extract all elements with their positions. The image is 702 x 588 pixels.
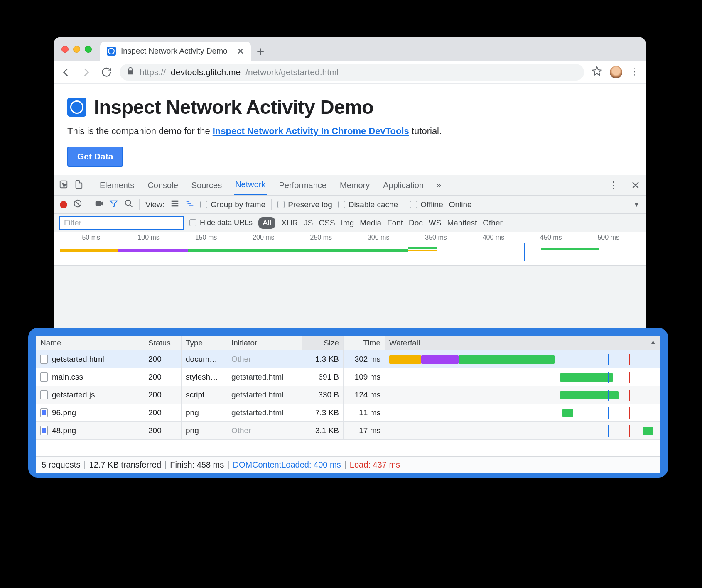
network-status-bar: 5 requests | 12.7 KB transferred | Finis… — [36, 456, 660, 473]
request-row[interactable]: main.css200stylesh…getstarted.html691 B1… — [36, 368, 660, 386]
col-size[interactable]: Size — [302, 336, 344, 350]
tab-memory[interactable]: Memory — [339, 176, 371, 194]
address-field[interactable]: https://devtools.glitch.me/network/getst… — [120, 64, 584, 81]
status-load: Load: 437 ms — [350, 460, 400, 470]
initiator-link[interactable]: getstarted.html — [231, 408, 284, 417]
col-initiator[interactable]: Initiator — [227, 336, 302, 350]
camera-icon[interactable] — [94, 199, 103, 210]
devtools-menu-button[interactable]: ⋮ — [609, 180, 619, 191]
traffic-lights — [61, 46, 92, 53]
large-rows-icon[interactable] — [170, 199, 179, 210]
toolbar-dropdown[interactable]: ▼ — [633, 201, 640, 208]
devtools-tabs: Elements Console Sources Network Perform… — [54, 175, 646, 195]
col-name[interactable]: Name — [36, 336, 144, 350]
svg-rect-8 — [172, 205, 179, 207]
profile-avatar[interactable] — [610, 66, 622, 78]
preserve-log-checkbox[interactable]: Preserve log — [277, 200, 332, 209]
filter-cat-js[interactable]: JS — [304, 218, 313, 228]
get-data-button[interactable]: Get Data — [67, 147, 123, 167]
file-icon — [40, 408, 48, 417]
filter-cat-media[interactable]: Media — [360, 218, 381, 228]
file-icon — [40, 390, 48, 399]
offline-checkbox[interactable]: Offline — [410, 200, 443, 209]
filter-cat-other[interactable]: Other — [483, 218, 503, 228]
disable-cache-checkbox[interactable]: Disable cache — [338, 200, 398, 209]
inspect-element-icon[interactable] — [59, 180, 68, 191]
forward-button[interactable] — [80, 66, 92, 78]
network-toolbar: View: Group by frame Preserve log Disabl… — [54, 195, 646, 213]
col-waterfall[interactable]: Waterfall▲ — [385, 336, 660, 350]
page-title: Inspect Network Activity Demo — [94, 96, 373, 118]
browser-menu-button[interactable]: ⋯ — [629, 67, 640, 77]
browser-tab[interactable]: Inspect Network Activity Demo — [100, 42, 251, 61]
waterfall-view-icon[interactable] — [185, 199, 194, 210]
tab-elements[interactable]: Elements — [99, 176, 135, 194]
devtools-logo-icon — [67, 98, 86, 117]
col-type[interactable]: Type — [182, 336, 227, 350]
request-row[interactable]: getstarted.js200scriptgetstarted.html330… — [36, 386, 660, 404]
url-path: /network/getstarted.html — [245, 67, 339, 77]
hide-data-urls-checkbox[interactable]: Hide data URLs — [189, 218, 253, 227]
tab-console[interactable]: Console — [147, 176, 179, 194]
file-icon — [40, 372, 48, 382]
address-bar: https://devtools.glitch.me/network/getst… — [54, 61, 646, 84]
view-label: View: — [145, 200, 164, 209]
filter-bar: Filter Hide data URLs AllXHRJSCSSImgMedi… — [54, 213, 646, 232]
svg-rect-7 — [172, 203, 179, 204]
file-icon — [40, 355, 48, 364]
request-row[interactable]: 96.png200pnggetstarted.html7.3 KB11 ms — [36, 404, 660, 422]
request-row[interactable]: getstarted.html200docum…Other1.3 KB302 m… — [36, 350, 660, 368]
group-by-frame-checkbox[interactable]: Group by frame — [200, 200, 265, 209]
filter-cat-img[interactable]: Img — [341, 218, 354, 228]
favicon-icon — [107, 47, 116, 56]
refresh-button[interactable] — [100, 66, 112, 78]
filter-cat-ws[interactable]: WS — [429, 218, 442, 228]
search-icon[interactable] — [124, 199, 133, 210]
filter-cat-font[interactable]: Font — [387, 218, 403, 228]
tab-sources[interactable]: Sources — [191, 176, 223, 194]
more-tabs-button[interactable]: » — [436, 180, 441, 191]
close-devtools-button[interactable] — [631, 179, 641, 191]
minimize-window-button[interactable] — [73, 46, 80, 53]
tab-network[interactable]: Network — [234, 176, 266, 195]
bookmark-button[interactable] — [592, 66, 602, 78]
clear-button[interactable] — [73, 199, 82, 210]
col-time[interactable]: Time — [344, 336, 385, 350]
filter-cat-doc[interactable]: Doc — [409, 218, 423, 228]
initiator-link[interactable]: getstarted.html — [231, 372, 284, 381]
status-requests: 5 requests — [42, 460, 80, 470]
tutorial-link[interactable]: Inspect Network Activity In Chrome DevTo… — [213, 126, 409, 136]
device-toolbar-icon[interactable] — [74, 180, 83, 191]
filter-cat-manifest[interactable]: Manifest — [447, 218, 477, 228]
empty-row — [36, 440, 660, 456]
tab-application[interactable]: Application — [382, 176, 425, 194]
filter-icon[interactable] — [109, 199, 118, 210]
page-content: Inspect Network Activity Demo This is th… — [54, 84, 646, 175]
svg-point-5 — [125, 200, 131, 206]
filter-input[interactable]: Filter — [59, 216, 184, 230]
status-transferred: 12.7 KB transferred — [89, 460, 161, 470]
col-status[interactable]: Status — [144, 336, 182, 350]
filter-cat-xhr[interactable]: XHR — [281, 218, 298, 228]
timeline-bars — [60, 243, 640, 261]
tab-performance[interactable]: Performance — [278, 176, 328, 194]
new-tab-button[interactable]: ＋ — [251, 42, 270, 61]
back-button[interactable] — [60, 66, 72, 78]
close-tab-button[interactable] — [237, 47, 244, 55]
url-protocol: https:// — [140, 67, 166, 77]
initiator-link[interactable]: getstarted.html — [231, 390, 284, 399]
status-finish: Finish: 458 ms — [170, 460, 224, 470]
close-window-button[interactable] — [61, 46, 69, 53]
status-dcl: DOMContentLoaded: 400 ms — [233, 460, 341, 470]
network-requests-panel: Name Status Type Initiator Size Time Wat… — [36, 336, 660, 473]
file-icon — [40, 426, 48, 435]
svg-rect-4 — [96, 201, 101, 206]
record-button[interactable] — [60, 201, 67, 208]
request-row[interactable]: 48.png200pngOther3.1 KB17 ms — [36, 422, 660, 440]
timeline-overview[interactable]: 50 ms100 ms150 ms200 ms250 ms300 ms350 m… — [54, 232, 646, 266]
filter-cat-all[interactable]: All — [258, 217, 275, 229]
throttling-select[interactable]: Online — [449, 200, 472, 209]
maximize-window-button[interactable] — [85, 46, 92, 53]
lock-icon — [126, 67, 135, 77]
filter-cat-css[interactable]: CSS — [319, 218, 335, 228]
